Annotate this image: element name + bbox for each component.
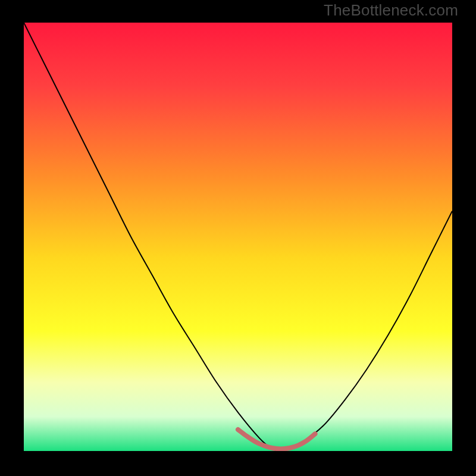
watermark-text: TheBottleneck.com — [324, 1, 458, 20]
plot-area — [24, 23, 452, 451]
chart-frame: TheBottleneck.com — [0, 0, 476, 476]
gradient-background — [24, 23, 452, 451]
chart-svg — [24, 23, 452, 451]
